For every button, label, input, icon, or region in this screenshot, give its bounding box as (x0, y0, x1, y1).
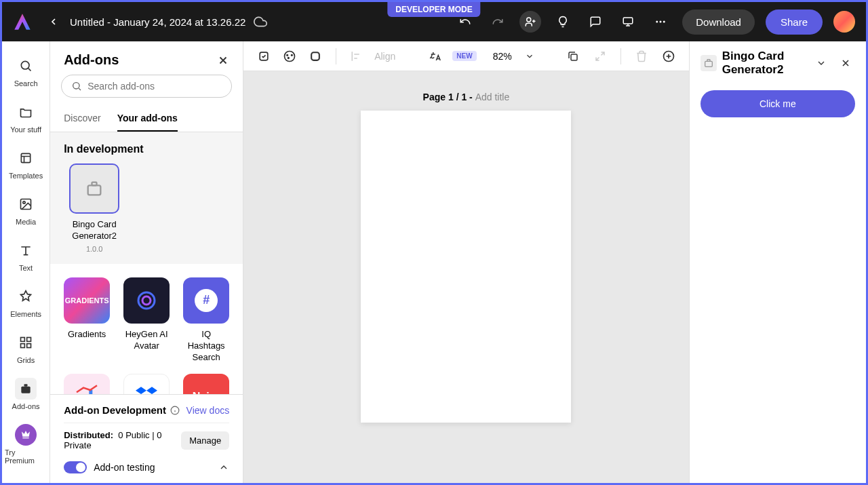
zoom-level[interactable]: 82% (493, 51, 512, 62)
new-badge: NEW (452, 51, 476, 61)
page-label[interactable]: Page 1 / 1 - Add title (423, 92, 510, 102)
lightbulb-icon[interactable] (552, 11, 574, 33)
close-panel-button[interactable] (217, 54, 229, 66)
translate-icon[interactable] (425, 47, 444, 66)
svg-rect-13 (21, 387, 30, 393)
svg-rect-6 (21, 153, 30, 162)
right-panel: Bingo Card Generator2 Click me (689, 41, 866, 483)
developer-mode-badge: DEVELOPER MODE (387, 2, 480, 17)
svg-point-0 (527, 18, 531, 22)
addon-testing-toggle[interactable] (64, 461, 87, 473)
document-title[interactable]: Untitled - January 24, 2024 at 13.26.22 (70, 16, 245, 28)
svg-point-25 (285, 51, 295, 61)
click-me-button[interactable]: Click me (701, 90, 855, 117)
right-panel-dropdown[interactable] (812, 54, 831, 73)
svg-rect-12 (27, 344, 31, 348)
zoom-dropdown-icon[interactable] (520, 47, 539, 66)
more-icon[interactable] (650, 11, 671, 33)
canvas-toolbar: Align NEW 82% (243, 41, 689, 71)
shape-icon[interactable] (306, 47, 325, 66)
addon-gradients[interactable]: GRADIENTSGradients (64, 277, 110, 364)
chevron-up-icon[interactable] (218, 462, 229, 473)
addon-testing-label: Add-on testing (94, 462, 212, 473)
delete-icon (632, 47, 651, 66)
dev-addon-card[interactable]: Bingo Card Generator2 1.0.0 (64, 163, 125, 253)
addon-dev-footer: Add-on Development View docs Distributed… (50, 394, 243, 483)
svg-rect-29 (311, 52, 319, 60)
redo-button[interactable] (487, 11, 509, 33)
cloud-sync-icon[interactable] (254, 15, 267, 28)
nav-premium[interactable]: Try Premium (2, 419, 50, 470)
svg-rect-1 (624, 18, 633, 24)
nav-addons[interactable]: Add-ons (2, 372, 50, 416)
duplicate-page-icon[interactable] (564, 47, 583, 66)
nav-search[interactable]: Search (2, 50, 50, 93)
in-development-title: In development (64, 143, 229, 155)
topbar: DEVELOPER MODE Untitled - January 24, 20… (2, 2, 866, 41)
canvas-content[interactable]: Page 1 / 1 - Add title (243, 71, 689, 483)
search-icon (71, 81, 82, 92)
share-button[interactable]: Share (766, 9, 823, 35)
nav-templates[interactable]: Templates (2, 142, 50, 185)
align-label: Align (374, 51, 395, 62)
addon-thumb-icon (69, 163, 119, 214)
svg-rect-14 (24, 384, 28, 386)
app-logo[interactable] (13, 12, 32, 31)
manage-button[interactable]: Manage (181, 431, 229, 450)
nav-your-stuff[interactable]: Your stuff (2, 96, 50, 139)
svg-point-28 (288, 57, 290, 58)
svg-point-4 (663, 21, 665, 23)
svg-point-15 (73, 83, 79, 89)
back-button[interactable] (48, 16, 59, 27)
svg-rect-16 (88, 185, 101, 195)
user-avatar[interactable] (833, 11, 855, 33)
svg-point-19 (142, 296, 151, 305)
svg-rect-11 (21, 344, 25, 348)
addon-icon (701, 55, 717, 71)
present-icon[interactable] (617, 11, 639, 33)
nav-text[interactable]: Text (2, 234, 50, 277)
crop-icon[interactable] (254, 47, 273, 66)
align-icon (347, 47, 366, 66)
addons-panel-title: Add-ons (64, 52, 119, 68)
svg-rect-9 (21, 338, 25, 342)
svg-rect-10 (27, 338, 31, 342)
nav-elements[interactable]: Elements (2, 280, 50, 324)
distributed-label: Distributed: 0 Public | 0 Private (64, 430, 181, 450)
svg-point-18 (138, 292, 155, 309)
svg-point-26 (287, 54, 288, 56)
svg-rect-30 (571, 54, 577, 60)
svg-point-5 (21, 61, 29, 69)
topbar-right: Download Share (454, 9, 855, 35)
svg-point-8 (23, 201, 25, 203)
addon-neiro[interactable]: Neiro (183, 374, 229, 394)
right-panel-close[interactable] (836, 54, 855, 73)
svg-point-27 (292, 54, 293, 56)
addons-panel: Add-ons Discover Your add-ons In develop… (50, 41, 243, 483)
tab-discover[interactable]: Discover (64, 106, 100, 132)
addon-chart[interactable] (64, 374, 110, 394)
invite-button[interactable] (519, 11, 541, 33)
nav-media[interactable]: Media (2, 188, 50, 231)
addon-iq-hashtags[interactable]: #IQ Hashtags Search (183, 277, 229, 364)
resize-icon (591, 47, 610, 66)
addon-heygen[interactable]: HeyGen AI Avatar (123, 277, 170, 364)
right-panel-title: Bingo Card Generator2 (722, 50, 806, 77)
svg-rect-32 (705, 61, 712, 66)
add-page-icon[interactable] (659, 47, 678, 66)
addon-dropbox[interactable] (123, 374, 170, 394)
download-button[interactable]: Download (682, 9, 755, 35)
nav-grids[interactable]: Grids (2, 326, 50, 370)
comment-icon[interactable] (585, 11, 606, 33)
svg-rect-33 (707, 60, 710, 62)
info-icon[interactable] (170, 406, 180, 415)
canvas-area: Align NEW 82% Page 1 / 1 - Add title (243, 41, 689, 483)
page-1[interactable] (361, 111, 571, 423)
tab-your-addons[interactable]: Your add-ons (117, 106, 178, 132)
search-addons-input[interactable] (61, 75, 232, 98)
nav-rail: Search Your stuff Templates Media Text E… (2, 41, 50, 483)
view-docs-link[interactable]: View docs (186, 405, 230, 416)
svg-rect-17 (92, 182, 97, 186)
svg-point-2 (656, 21, 658, 23)
color-icon[interactable] (280, 47, 299, 66)
